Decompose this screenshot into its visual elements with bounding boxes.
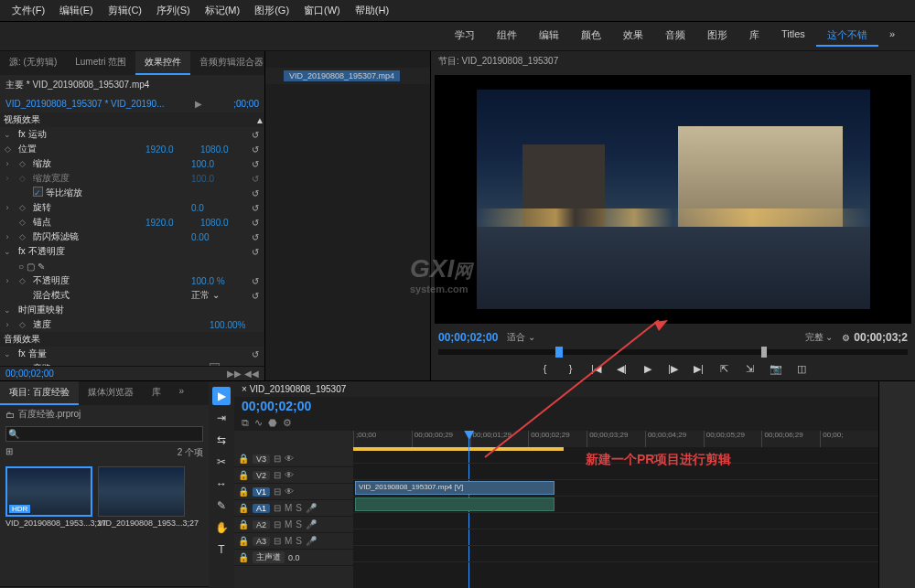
mic-icon[interactable]: 🎤 (306, 536, 317, 546)
ws-learning[interactable]: 学习 (444, 26, 486, 47)
track-a1[interactable]: A1 (253, 504, 270, 513)
timeline-timecode[interactable]: 00;00;02;00 (234, 397, 878, 415)
lock-icon[interactable]: 🔒 (238, 470, 249, 480)
track-v2[interactable]: V2 (253, 471, 270, 480)
reset-icon[interactable]: ↺ (246, 130, 264, 140)
reset-icon[interactable]: ↺ (246, 159, 264, 169)
program-monitor[interactable] (435, 75, 911, 324)
go-out-button[interactable]: ▶| (690, 360, 708, 377)
keyframe-icon[interactable]: ◇ (15, 218, 29, 227)
rotation-val[interactable]: 0.0 (191, 203, 246, 213)
reset-icon[interactable]: ↺ (246, 349, 264, 359)
pos-x[interactable]: 1920.0 (145, 144, 200, 155)
ws-assembly[interactable]: 组件 (486, 26, 528, 47)
menu-marker[interactable]: 标记(M) (198, 2, 248, 19)
tab-source[interactable]: 源: (无剪辑) (0, 51, 66, 75)
menu-file[interactable]: 文件(F) (5, 2, 52, 19)
rect-mask-icon[interactable]: ▢ (27, 262, 35, 272)
nav-next-icon[interactable]: ◀◀ (244, 369, 259, 379)
keyframe-icon[interactable]: ◇ (0, 144, 15, 154)
prop-opacity[interactable]: 不透明度 (29, 274, 191, 287)
filter-icon[interactable]: ⊞ (5, 446, 13, 459)
track-master[interactable]: 主声道 (253, 551, 285, 563)
scale-val[interactable]: 100.0 (191, 159, 246, 169)
project-search-input[interactable] (5, 426, 203, 442)
lock-icon[interactable]: 🔒 (238, 536, 249, 546)
reset-icon[interactable]: ↺ (246, 247, 264, 257)
reset-icon[interactable]: ↺ (246, 144, 264, 155)
speed-val[interactable]: 100.00% (210, 320, 264, 330)
ws-graphics[interactable]: 图形 (696, 26, 738, 47)
ws-effects[interactable]: 效果 (612, 26, 654, 47)
lock-icon[interactable]: 🔒 (238, 503, 249, 513)
ellipse-mask-icon[interactable]: ○ (18, 262, 24, 272)
settings-icon[interactable]: ⚙ (283, 417, 292, 429)
mic-icon[interactable]: 🎤 (306, 519, 317, 529)
anchor-y[interactable]: 1080.0 (200, 218, 246, 228)
audio-clip[interactable] (355, 497, 554, 511)
program-playhead[interactable] (555, 347, 563, 358)
pen-mask-icon[interactable]: ✎ (38, 262, 45, 272)
project-item[interactable]: VID_20190808_1953...3;27 (98, 466, 185, 581)
sequence-tab[interactable]: VID_20190808_195307 (250, 384, 347, 394)
export-frame-button[interactable]: 📷 (767, 360, 785, 377)
pos-y[interactable]: 1080.0 (200, 144, 246, 155)
tab-library[interactable]: 库 (143, 381, 170, 405)
lock-icon[interactable]: 🔒 (238, 454, 249, 464)
play-button[interactable]: ▶ (639, 360, 657, 377)
antiflicker-val[interactable]: 0.00 (191, 232, 246, 242)
prop-rotation[interactable]: 旋转 (29, 201, 191, 214)
master-clip[interactable]: 主要 * VID_20190808_195307.mp4 (5, 79, 149, 91)
menu-sequence[interactable]: 序列(S) (149, 2, 198, 19)
ripple-tool[interactable]: ⇆ (212, 431, 231, 449)
tab-overflow[interactable]: » (170, 381, 194, 405)
menu-help[interactable]: 帮助(H) (348, 2, 396, 19)
opacity-val[interactable]: 100.0 % (191, 276, 246, 286)
nav-prev-icon[interactable]: ▶▶ (227, 369, 242, 379)
prop-speed[interactable]: 速度 (29, 318, 210, 331)
marker-icon[interactable]: ⬣ (268, 417, 277, 429)
prop-anchor[interactable]: 锚点 (29, 216, 145, 229)
keyframe-icon[interactable]: ◇ (15, 232, 29, 241)
slip-tool[interactable]: ↔ (212, 475, 231, 493)
selection-tool[interactable]: ▶ (212, 387, 231, 405)
track-select-tool[interactable]: ⇥ (212, 409, 231, 427)
extract-button[interactable]: ⇲ (741, 360, 759, 377)
reset-icon[interactable]: ↺ (246, 203, 264, 213)
prop-antiflicker[interactable]: 防闪烁滤镜 (29, 230, 191, 243)
lock-icon[interactable]: 🔒 (238, 486, 249, 497)
track-v1[interactable]: V1 (253, 487, 270, 497)
keyframe-icon[interactable]: ◇ (15, 159, 29, 168)
eye-icon[interactable]: 👁 (285, 454, 294, 464)
uniform-scale-checkbox[interactable] (33, 187, 43, 197)
timeline-ruler[interactable]: ;00;0000;00;00;2900;00;01;2900;00;02;290… (353, 431, 878, 447)
tab-project[interactable]: 项目: 百度经验 (0, 381, 79, 405)
menu-graphic[interactable]: 图形(G) (247, 2, 296, 19)
snap-icon[interactable]: ⧉ (242, 417, 249, 429)
prop-blend[interactable]: 混合模式 (29, 289, 191, 302)
timeline-tracks[interactable]: ;00;0000;00;00;2900;00;01;2900;00;02;290… (353, 431, 878, 588)
keyframe-icon[interactable]: ◇ (15, 320, 29, 329)
lift-button[interactable]: ⇱ (716, 360, 734, 377)
ws-editing[interactable]: 编辑 (528, 26, 570, 47)
ws-library[interactable]: 库 (738, 26, 770, 47)
comparison-button[interactable]: ◫ (792, 360, 811, 377)
hand-tool[interactable]: ✋ (212, 519, 231, 537)
lock-icon[interactable]: 🔒 (238, 519, 249, 529)
menu-edit[interactable]: 编辑(E) (52, 2, 101, 19)
tab-audio-mixer[interactable]: 音频剪辑混合器: VID_20190808_195307 (190, 51, 264, 75)
reset-icon[interactable]: ↺ (246, 218, 264, 228)
reset-icon[interactable]: ↺ (246, 291, 264, 301)
program-scrubber[interactable] (438, 349, 908, 355)
keyframe-icon[interactable]: ◇ (15, 276, 29, 285)
fx-opacity[interactable]: fx 不透明度 (15, 245, 246, 258)
settings-icon[interactable]: ⚙ (842, 333, 850, 343)
type-tool[interactable]: T (212, 540, 231, 559)
program-tab[interactable]: 节目: VID_20190808_195307 (438, 56, 558, 66)
mark-in-button[interactable]: { (536, 360, 554, 377)
reset-icon[interactable]: ↺ (246, 276, 264, 286)
tab-effect-controls[interactable]: 效果控件 (135, 51, 190, 75)
ws-color[interactable]: 颜色 (570, 26, 612, 47)
reset-icon[interactable]: ↺ (246, 188, 264, 198)
video-clip[interactable]: VID_20190808_195307.mp4 [V] (355, 481, 554, 495)
